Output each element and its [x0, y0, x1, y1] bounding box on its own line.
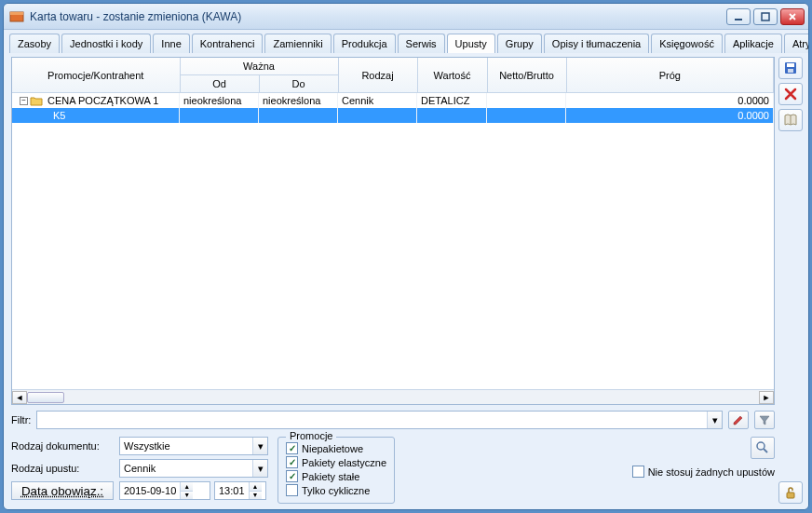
checkbox-label: Pakiety elastyczne — [302, 457, 386, 468]
tab-jednostki-i-kody[interactable]: Jednostki i kody — [61, 34, 151, 53]
col-nettobrutto[interactable]: Netto/Brutto — [487, 58, 566, 93]
rodzaj-dokumentu-combo[interactable]: Wszystkie ▾ — [119, 437, 268, 455]
time-value: 13:01 — [215, 482, 249, 499]
book-icon — [783, 113, 798, 128]
collapse-icon[interactable]: − — [20, 97, 28, 105]
tab-zamienniki[interactable]: Zamienniki — [264, 34, 331, 53]
tab-zasoby[interactable]: Zasoby — [9, 34, 60, 53]
checkbox-pakiety-sta-e[interactable] — [286, 470, 298, 482]
svg-rect-1 — [10, 12, 23, 15]
titlebar: Karta towaru - zostanie zmieniona (KAWA) — [4, 4, 808, 30]
checkbox-pakiety-elastyczne[interactable] — [286, 456, 298, 468]
close-icon — [788, 12, 797, 21]
date-input[interactable]: 2015-09-10 ▲▼ — [119, 481, 210, 500]
tab-produkcja[interactable]: Produkcja — [333, 34, 396, 53]
tab-kontrahenci[interactable]: Kontrahenci — [192, 34, 264, 53]
window-title: Karta towaru - zostanie zmieniona (KAWA) — [30, 10, 726, 23]
spin-down-icon[interactable]: ▼ — [181, 492, 193, 500]
tab-ksi-gowo-[interactable]: Księgowość — [651, 34, 723, 53]
svg-rect-8 — [787, 493, 794, 498]
pencil-icon — [732, 413, 745, 426]
filter-input-wrapper: ▾ — [36, 411, 723, 429]
col-rodzaj[interactable]: Rodzaj — [338, 58, 417, 93]
nie-stosuj-label: Nie stosuj żadnych upustów — [648, 466, 775, 478]
svg-rect-7 — [788, 69, 793, 73]
col-group-wazna[interactable]: Ważna — [180, 58, 338, 75]
tab-upusty[interactable]: Upusty — [447, 34, 495, 54]
cell-prog: 0.0000 — [566, 93, 774, 108]
cell-nettobrutto — [487, 93, 566, 108]
col-promo[interactable]: Promocje/Kontrahent — [12, 58, 180, 93]
minimize-icon — [734, 12, 743, 21]
save-icon — [783, 61, 798, 75]
cell-od — [180, 108, 259, 123]
nie-stosuj-row: Nie stosuj żadnych upustów — [632, 465, 775, 479]
funnel-icon — [758, 413, 771, 426]
checkbox-row: Pakiety stałe — [286, 469, 386, 483]
grid-horizontal-scrollbar[interactable]: ◄ ► — [12, 389, 774, 404]
scroll-right-icon[interactable]: ► — [759, 391, 774, 404]
rodzaj-upustu-value: Cennik — [120, 460, 252, 477]
promocje-legend: Promocje — [286, 430, 336, 441]
minimize-button[interactable] — [726, 8, 751, 25]
table-row[interactable]: −CENA POCZĄTKOWA 1nieokreślonanieokreślo… — [12, 93, 774, 108]
col-od[interactable]: Od — [180, 75, 259, 93]
checkbox-label: Tylko cykliczne — [302, 485, 370, 496]
data-obowiaz-button[interactable]: Data obowiąz.: — [11, 481, 114, 500]
checkbox-row: Tylko cykliczne — [286, 483, 386, 497]
cell-promo: K5 — [12, 108, 180, 123]
app-window: Karta towaru - zostanie zmieniona (KAWA)… — [3, 3, 809, 510]
checkbox-row: Pakiety elastyczne — [286, 455, 386, 469]
table-row[interactable]: K50.0000 — [12, 108, 774, 123]
filter-label: Filtr: — [11, 414, 31, 425]
checkbox-tylko-cykliczne[interactable] — [286, 484, 298, 496]
maximize-icon — [761, 12, 770, 21]
tab-opisy-i-t-umaczenia[interactable]: Opisy i tłumaczenia — [544, 34, 649, 53]
unlock-button[interactable] — [778, 481, 803, 504]
grid-body[interactable]: −CENA POCZĄTKOWA 1nieokreślonanieokreślo… — [12, 93, 774, 389]
tabs-row: ZasobyJednostki i kodyInneKontrahenciZam… — [4, 30, 808, 53]
spin-down-icon[interactable]: ▼ — [250, 492, 262, 500]
col-prog[interactable]: Próg — [566, 58, 773, 93]
rodzaj-dokumentu-label: Rodzaj dokumentu: — [11, 440, 114, 452]
help-button[interactable] — [778, 109, 803, 131]
svg-rect-2 — [735, 19, 742, 20]
spin-up-icon[interactable]: ▲ — [181, 482, 193, 492]
delete-button[interactable] — [778, 83, 803, 105]
unlock-icon — [783, 485, 798, 500]
close-button[interactable] — [780, 8, 805, 25]
filter-dropdown-button[interactable]: ▾ — [707, 412, 722, 428]
scroll-thumb[interactable] — [27, 392, 64, 403]
scroll-left-icon[interactable]: ◄ — [12, 391, 27, 404]
maximize-button[interactable] — [753, 8, 778, 25]
recalculate-button[interactable] — [751, 437, 775, 459]
cell-wartosc: DETALICZ — [417, 93, 487, 108]
cell-rodzaj — [338, 108, 417, 123]
grid-header: Promocje/Kontrahent Ważna Rodzaj Wartość… — [12, 58, 774, 93]
promocje-groupbox: Promocje NiepakietowePakiety elastyczneP… — [277, 437, 395, 504]
discount-grid: Promocje/Kontrahent Ważna Rodzaj Wartość… — [11, 57, 775, 405]
rodzaj-upustu-combo[interactable]: Cennik ▾ — [119, 459, 268, 478]
tab-aplikacje[interactable]: Aplikacje — [724, 34, 782, 53]
tab-grupy[interactable]: Grupy — [497, 34, 542, 53]
filter-edit-button[interactable] — [728, 411, 749, 429]
tab-serwis[interactable]: Serwis — [398, 34, 445, 53]
checkbox-niepakietowe[interactable] — [286, 442, 298, 454]
col-do[interactable]: Do — [259, 75, 338, 93]
spin-up-icon[interactable]: ▲ — [250, 482, 262, 492]
col-wartosc[interactable]: Wartość — [417, 58, 487, 93]
filter-builder-button[interactable] — [754, 411, 775, 429]
svg-rect-3 — [762, 13, 769, 20]
row-label: CENA POCZĄTKOWA 1 — [47, 95, 158, 106]
cell-nettobrutto — [487, 108, 566, 123]
chevron-down-icon: ▾ — [252, 460, 267, 477]
time-input[interactable]: 13:01 ▲▼ — [214, 481, 266, 500]
save-button[interactable] — [778, 57, 803, 79]
tab-inne[interactable]: Inne — [153, 34, 189, 53]
tab-atrybuty[interactable]: Atrybuty — [784, 34, 809, 53]
nie-stosuj-checkbox[interactable] — [632, 466, 644, 478]
cell-prog: 0.0000 — [566, 108, 774, 123]
filter-input[interactable] — [37, 412, 707, 428]
date-value: 2015-09-10 — [120, 482, 180, 499]
app-icon — [9, 9, 24, 24]
